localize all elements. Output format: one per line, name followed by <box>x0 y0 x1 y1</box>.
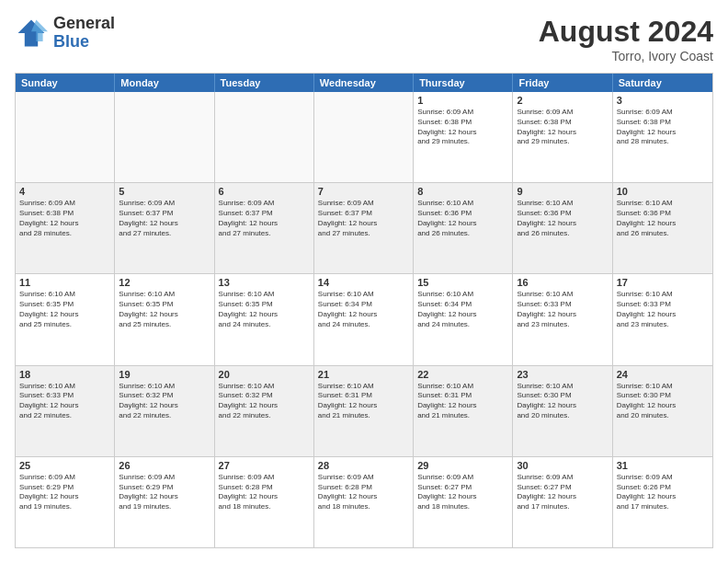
cell-text: Sunrise: 6:09 AM Sunset: 6:28 PM Dayligh… <box>318 473 409 512</box>
calendar-cell <box>16 92 115 182</box>
day-number: 15 <box>417 277 508 288</box>
cell-text: Sunrise: 6:10 AM Sunset: 6:35 PM Dayligh… <box>119 290 210 329</box>
cell-text: Sunrise: 6:10 AM Sunset: 6:34 PM Dayligh… <box>318 290 409 329</box>
day-of-week-header: Tuesday <box>215 74 314 92</box>
cell-text: Sunrise: 6:09 AM Sunset: 6:29 PM Dayligh… <box>19 473 110 512</box>
calendar-cell: 8Sunrise: 6:10 AM Sunset: 6:36 PM Daylig… <box>414 183 513 273</box>
calendar-row: 25Sunrise: 6:09 AM Sunset: 6:29 PM Dayli… <box>16 456 712 547</box>
cell-text: Sunrise: 6:10 AM Sunset: 6:36 PM Dayligh… <box>517 199 608 238</box>
day-number: 25 <box>19 460 110 471</box>
calendar-cell: 19Sunrise: 6:10 AM Sunset: 6:32 PM Dayli… <box>115 366 214 456</box>
calendar-cell: 26Sunrise: 6:09 AM Sunset: 6:29 PM Dayli… <box>115 457 214 547</box>
calendar-cell: 16Sunrise: 6:10 AM Sunset: 6:33 PM Dayli… <box>513 274 612 364</box>
cell-text: Sunrise: 6:09 AM Sunset: 6:38 PM Dayligh… <box>617 108 709 147</box>
cell-text: Sunrise: 6:10 AM Sunset: 6:31 PM Dayligh… <box>417 382 508 421</box>
day-number: 28 <box>318 460 409 471</box>
day-number: 29 <box>417 460 508 471</box>
logo-text: General Blue <box>53 15 115 52</box>
calendar-cell: 13Sunrise: 6:10 AM Sunset: 6:35 PM Dayli… <box>215 274 314 364</box>
logo: General Blue <box>15 15 115 52</box>
day-of-week-header: Saturday <box>613 74 712 92</box>
cell-text: Sunrise: 6:09 AM Sunset: 6:29 PM Dayligh… <box>119 473 210 512</box>
calendar-cell: 31Sunrise: 6:09 AM Sunset: 6:26 PM Dayli… <box>613 457 712 547</box>
cell-text: Sunrise: 6:10 AM Sunset: 6:34 PM Dayligh… <box>417 290 508 329</box>
cell-text: Sunrise: 6:09 AM Sunset: 6:37 PM Dayligh… <box>119 199 210 238</box>
day-number: 21 <box>318 369 409 380</box>
header: General Blue August 2024 Torro, Ivory Co… <box>15 15 713 63</box>
cell-text: Sunrise: 6:10 AM Sunset: 6:30 PM Dayligh… <box>517 382 608 421</box>
calendar-cell: 24Sunrise: 6:10 AM Sunset: 6:30 PM Dayli… <box>613 366 712 456</box>
cell-text: Sunrise: 6:10 AM Sunset: 6:33 PM Dayligh… <box>517 290 608 329</box>
calendar-cell: 25Sunrise: 6:09 AM Sunset: 6:29 PM Dayli… <box>16 457 115 547</box>
title-block: August 2024 Torro, Ivory Coast <box>539 15 713 63</box>
calendar-row: 4Sunrise: 6:09 AM Sunset: 6:38 PM Daylig… <box>16 182 712 273</box>
day-number: 27 <box>219 460 310 471</box>
day-number: 7 <box>318 186 409 197</box>
calendar: SundayMondayTuesdayWednesdayThursdayFrid… <box>15 73 713 548</box>
day-number: 19 <box>119 369 210 380</box>
calendar-cell: 17Sunrise: 6:10 AM Sunset: 6:33 PM Dayli… <box>613 274 712 364</box>
calendar-cell: 30Sunrise: 6:09 AM Sunset: 6:27 PM Dayli… <box>513 457 612 547</box>
day-number: 30 <box>517 460 608 471</box>
calendar-cell <box>115 92 214 182</box>
day-number: 14 <box>318 277 409 288</box>
cell-text: Sunrise: 6:09 AM Sunset: 6:27 PM Dayligh… <box>417 473 508 512</box>
calendar-cell: 22Sunrise: 6:10 AM Sunset: 6:31 PM Dayli… <box>414 366 513 456</box>
calendar-cell: 12Sunrise: 6:10 AM Sunset: 6:35 PM Dayli… <box>115 274 214 364</box>
page: General Blue August 2024 Torro, Ivory Co… <box>0 0 728 563</box>
calendar-cell: 29Sunrise: 6:09 AM Sunset: 6:27 PM Dayli… <box>414 457 513 547</box>
calendar-cell: 18Sunrise: 6:10 AM Sunset: 6:33 PM Dayli… <box>16 366 115 456</box>
cell-text: Sunrise: 6:09 AM Sunset: 6:37 PM Dayligh… <box>219 199 310 238</box>
calendar-cell: 14Sunrise: 6:10 AM Sunset: 6:34 PM Dayli… <box>314 274 414 364</box>
calendar-cell: 15Sunrise: 6:10 AM Sunset: 6:34 PM Dayli… <box>414 274 513 364</box>
cell-text: Sunrise: 6:09 AM Sunset: 6:38 PM Dayligh… <box>417 108 508 147</box>
cell-text: Sunrise: 6:10 AM Sunset: 6:30 PM Dayligh… <box>617 382 709 421</box>
cell-text: Sunrise: 6:10 AM Sunset: 6:35 PM Dayligh… <box>219 290 310 329</box>
calendar-cell: 1Sunrise: 6:09 AM Sunset: 6:38 PM Daylig… <box>414 92 513 182</box>
cell-text: Sunrise: 6:10 AM Sunset: 6:33 PM Dayligh… <box>617 290 709 329</box>
day-number: 3 <box>617 95 709 106</box>
calendar-cell: 11Sunrise: 6:10 AM Sunset: 6:35 PM Dayli… <box>16 274 115 364</box>
calendar-cell: 3Sunrise: 6:09 AM Sunset: 6:38 PM Daylig… <box>613 92 712 182</box>
day-number: 24 <box>617 369 709 380</box>
day-number: 6 <box>219 186 310 197</box>
logo-icon <box>15 17 48 50</box>
calendar-cell: 6Sunrise: 6:09 AM Sunset: 6:37 PM Daylig… <box>215 183 314 273</box>
calendar-cell: 23Sunrise: 6:10 AM Sunset: 6:30 PM Dayli… <box>513 366 612 456</box>
cell-text: Sunrise: 6:10 AM Sunset: 6:35 PM Dayligh… <box>19 290 110 329</box>
calendar-cell: 4Sunrise: 6:09 AM Sunset: 6:38 PM Daylig… <box>16 183 115 273</box>
calendar-cell <box>314 92 414 182</box>
day-number: 11 <box>19 277 110 288</box>
calendar-cell: 5Sunrise: 6:09 AM Sunset: 6:37 PM Daylig… <box>115 183 214 273</box>
day-number: 17 <box>617 277 709 288</box>
day-of-week-header: Wednesday <box>314 74 414 92</box>
day-number: 4 <box>19 186 110 197</box>
calendar-header: SundayMondayTuesdayWednesdayThursdayFrid… <box>16 74 712 92</box>
day-number: 23 <box>517 369 608 380</box>
day-number: 16 <box>517 277 608 288</box>
day-number: 2 <box>517 95 608 106</box>
calendar-cell: 10Sunrise: 6:10 AM Sunset: 6:36 PM Dayli… <box>613 183 712 273</box>
cell-text: Sunrise: 6:10 AM Sunset: 6:32 PM Dayligh… <box>119 382 210 421</box>
day-number: 8 <box>417 186 508 197</box>
cell-text: Sunrise: 6:09 AM Sunset: 6:27 PM Dayligh… <box>517 473 608 512</box>
day-of-week-header: Friday <box>513 74 612 92</box>
calendar-cell: 27Sunrise: 6:09 AM Sunset: 6:28 PM Dayli… <box>215 457 314 547</box>
cell-text: Sunrise: 6:10 AM Sunset: 6:33 PM Dayligh… <box>19 382 110 421</box>
day-number: 13 <box>219 277 310 288</box>
day-number: 9 <box>517 186 608 197</box>
cell-text: Sunrise: 6:09 AM Sunset: 6:26 PM Dayligh… <box>617 473 709 512</box>
calendar-row: 18Sunrise: 6:10 AM Sunset: 6:33 PM Dayli… <box>16 365 712 456</box>
cell-text: Sunrise: 6:09 AM Sunset: 6:38 PM Dayligh… <box>517 108 608 147</box>
calendar-cell: 21Sunrise: 6:10 AM Sunset: 6:31 PM Dayli… <box>314 366 414 456</box>
calendar-cell: 9Sunrise: 6:10 AM Sunset: 6:36 PM Daylig… <box>513 183 612 273</box>
cell-text: Sunrise: 6:09 AM Sunset: 6:38 PM Dayligh… <box>19 199 110 238</box>
calendar-cell <box>215 92 314 182</box>
day-of-week-header: Thursday <box>414 74 513 92</box>
day-of-week-header: Sunday <box>16 74 115 92</box>
calendar-row: 1Sunrise: 6:09 AM Sunset: 6:38 PM Daylig… <box>16 92 712 182</box>
day-number: 1 <box>417 95 508 106</box>
logo-general: General <box>53 15 115 33</box>
calendar-row: 11Sunrise: 6:10 AM Sunset: 6:35 PM Dayli… <box>16 273 712 364</box>
day-number: 26 <box>119 460 210 471</box>
